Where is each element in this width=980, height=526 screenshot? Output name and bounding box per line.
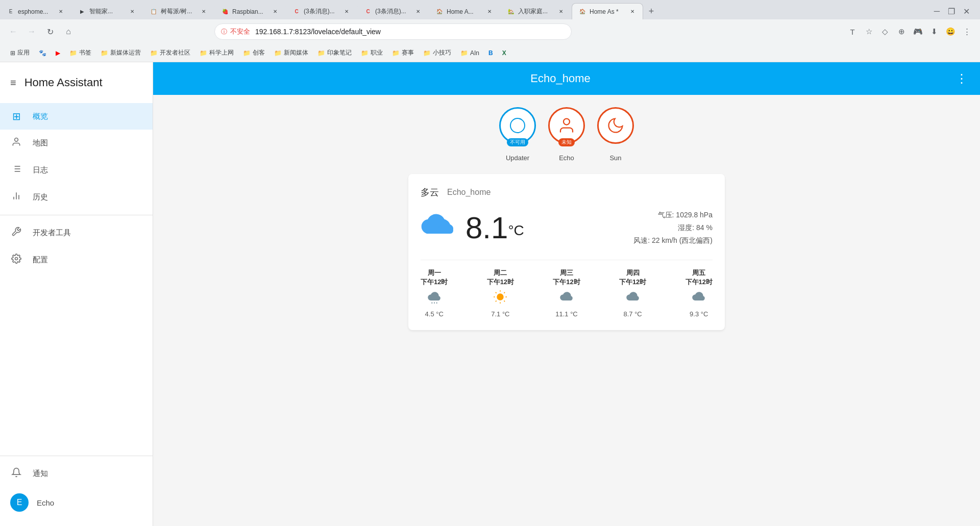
folder-icon-9: 📁 <box>392 49 400 57</box>
bookmark-baidu[interactable]: 🐾 <box>35 47 51 59</box>
bookmarks-bar: ⊞ 应用 🐾 ▶ 📁 书签 📁 新媒体运营 📁 开发者社区 📁 科学上网 📁 创… <box>0 44 980 62</box>
url-bar[interactable]: ⓘ 不安全 192.168.1.7:8123/lovelace/default_… <box>214 23 572 40</box>
hamburger-menu-icon[interactable]: ≡ <box>10 77 16 89</box>
insecure-label: 不安全 <box>230 27 250 36</box>
bookmark-excel[interactable]: X <box>498 47 510 59</box>
bookmark-notes[interactable]: 📁 印象笔记 <box>313 46 356 59</box>
cloud-icon-main <box>421 210 457 245</box>
bookmark-icon[interactable]: ☆ <box>862 24 876 39</box>
folder-icon-2: 📁 <box>101 49 108 57</box>
tab-close-5[interactable]: ✕ <box>342 8 351 16</box>
download-icon[interactable]: ⬇ <box>927 24 941 39</box>
tab-5[interactable]: C (3条消息)... ✕ <box>286 3 357 19</box>
tab-close-6[interactable]: ✕ <box>414 8 422 16</box>
maximize-button[interactable]: ❐ <box>946 5 957 18</box>
sidebar-divider-2 <box>0 456 153 456</box>
tab-title-1: esphome... <box>18 8 54 15</box>
sidebar-item-devtools[interactable]: 开发者工具 <box>0 219 153 246</box>
tab-close-8[interactable]: ✕ <box>557 8 565 16</box>
entity-row: 不可用 Updater 未知 Echo <box>165 107 968 162</box>
tab-2[interactable]: ▶ 智能家... ✕ <box>71 3 143 19</box>
list-icon <box>10 164 22 177</box>
tab-close-2[interactable]: ✕ <box>128 8 136 16</box>
bookmark-youtube[interactable]: ▶ <box>52 47 64 59</box>
entity-sun[interactable]: Sun <box>597 107 634 162</box>
home-button[interactable]: ⌂ <box>61 24 76 39</box>
content-area: 不可用 Updater 未知 Echo <box>153 95 980 526</box>
sidebar-label-notifications: 通知 <box>33 469 48 479</box>
bookmark-ain[interactable]: 📁 AIn <box>456 47 483 59</box>
sidebar-item-log[interactable]: 日志 <box>0 157 153 184</box>
forecast-icon-5 <box>692 290 706 307</box>
user-avatar: E <box>10 493 29 512</box>
minimize-button[interactable]: ─ <box>932 5 942 18</box>
tab-favicon-6: C <box>364 8 372 16</box>
updater-name: Updater <box>506 154 529 162</box>
tab-7[interactable]: 🏠 Home A... ✕ <box>429 3 500 19</box>
translate-icon[interactable]: T <box>845 24 860 39</box>
new-tab-button[interactable]: + <box>643 3 659 19</box>
tab-close-4[interactable]: ✕ <box>271 8 279 16</box>
forecast-day-5: 周五 下午12时 9.3 °C <box>685 268 713 318</box>
forecast-day-3: 周三 下午12时 11.1 °C <box>553 268 580 318</box>
chrome-icon[interactable]: ⊕ <box>894 24 909 39</box>
sidebar-item-notifications[interactable]: 通知 <box>0 460 153 487</box>
entity-circle-sun <box>597 107 634 144</box>
tab-title-2: 智能家... <box>89 7 125 16</box>
tab-8[interactable]: 🏡 入职家庭... ✕ <box>500 3 572 19</box>
sidebar-item-history[interactable]: 历史 <box>0 184 153 211</box>
folder-icon-10: 📁 <box>423 49 431 57</box>
sidebar-item-config[interactable]: 配置 <box>0 246 153 273</box>
page-title: Echo_home <box>165 72 955 85</box>
back-button[interactable]: ← <box>6 24 20 39</box>
tab-3[interactable]: 📋 树莓派/树... ✕ <box>143 3 214 19</box>
sidebar-item-map[interactable]: 地图 <box>0 130 153 157</box>
more-icon[interactable]: ⋮ <box>960 24 974 39</box>
tab-close-1[interactable]: ✕ <box>57 8 65 16</box>
humidity-label: 湿度: 84 % <box>633 221 713 234</box>
tab-1[interactable]: E esphome... ✕ <box>0 3 71 19</box>
bookmark-vpn[interactable]: 📁 科学上网 <box>195 46 238 59</box>
bookmark-dev[interactable]: 📁 开发者社区 <box>146 46 194 59</box>
sidebar-label-overview: 概览 <box>33 112 48 121</box>
tab-close-3[interactable]: ✕ <box>200 8 208 16</box>
user-profile-item[interactable]: E Echo <box>0 487 153 518</box>
tab-title-4: Raspbian... <box>232 8 268 15</box>
bookmark-apps[interactable]: ⊞ 应用 <box>6 46 34 59</box>
top-bar-menu-icon[interactable]: ⋮ <box>955 71 968 86</box>
wallets-icon[interactable]: ◇ <box>878 24 892 39</box>
extension-icon[interactable]: 🎮 <box>911 24 925 39</box>
bookmark-sport[interactable]: 📁 赛事 <box>388 46 418 59</box>
folder-icon-5: 📁 <box>243 49 251 57</box>
baidu-icon: 🐾 <box>39 49 46 57</box>
tab-title-6: (3条消息)... <box>375 7 411 16</box>
person-icon <box>10 137 22 149</box>
bookmark-media[interactable]: 📁 新媒体运营 <box>96 46 145 59</box>
bookmark-bing[interactable]: B <box>484 47 497 59</box>
bookmark-maker[interactable]: 📁 创客 <box>239 46 269 59</box>
sidebar-label-history: 历史 <box>33 192 48 202</box>
tab-6[interactable]: C (3条消息)... ✕ <box>357 3 429 19</box>
bookmark-career[interactable]: 📁 职业 <box>357 46 387 59</box>
refresh-button[interactable]: ↻ <box>43 24 57 39</box>
forward-button[interactable]: → <box>24 24 39 39</box>
tab-9-active[interactable]: 🏠 Home As * ✕ <box>572 3 643 19</box>
forecast-day-4: 周四 下午12时 8.7 °C <box>619 268 646 318</box>
grid-icon: ⊞ <box>10 110 22 122</box>
tab-4[interactable]: 🍓 Raspbian... ✕ <box>214 3 286 19</box>
bookmark-bookmarks[interactable]: 📁 书签 <box>65 46 95 59</box>
tab-close-9[interactable]: ✕ <box>628 8 636 16</box>
entity-updater[interactable]: 不可用 Updater <box>499 107 536 162</box>
folder-icon-11: 📁 <box>460 49 468 57</box>
entity-echo[interactable]: 未知 Echo <box>548 107 585 162</box>
sidebar-item-overview[interactable]: ⊞ 概览 <box>0 103 153 130</box>
tab-favicon-4: 🍓 <box>221 8 229 16</box>
bookmark-tips[interactable]: 📁 小技巧 <box>419 46 455 59</box>
tab-close-7[interactable]: ✕ <box>485 8 494 16</box>
close-button[interactable]: ✕ <box>961 5 972 18</box>
user-name: Echo <box>37 498 54 507</box>
browser-chrome: E esphome... ✕ ▶ 智能家... ✕ 📋 树莓派/树... ✕ 🍓… <box>0 0 980 526</box>
tab-favicon-5: C <box>292 8 301 16</box>
bookmark-news[interactable]: 📁 新闻媒体 <box>270 46 312 59</box>
emoji-icon[interactable]: 😀 <box>943 24 958 39</box>
